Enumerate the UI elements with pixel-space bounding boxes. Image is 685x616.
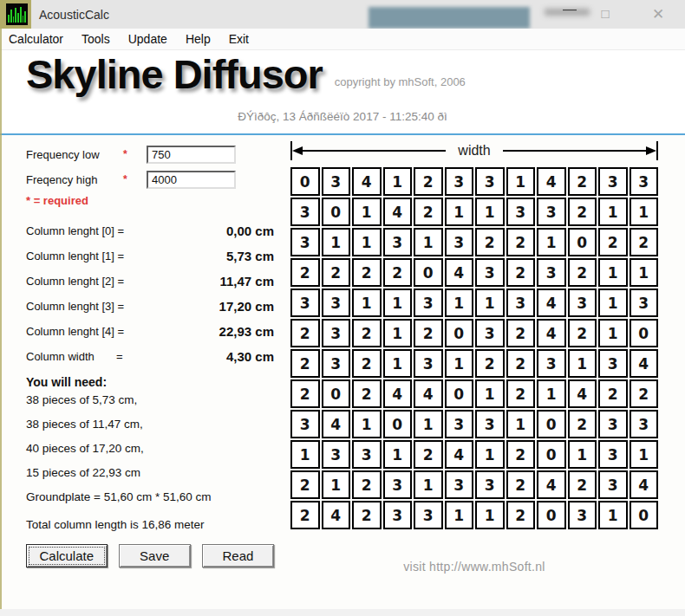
required-asterisk: * [123,148,147,160]
grid-cell-r6c1: 3 [322,349,351,378]
grid-cell-r1c4: 2 [414,198,443,226]
grid-cell-r5c0: 2 [290,319,320,347]
grid-cell-r10c10: 3 [598,470,628,499]
grid-cell-r3c6: 3 [475,258,505,287]
maximize-button[interactable]: □ [597,6,614,21]
grid-cell-r5c8: 4 [537,319,566,347]
grid-cell-r8c8: 0 [537,410,566,438]
grid-cell-r1c5: 1 [445,198,474,226]
main-content: Frequency low*Freqency high* * = require… [0,135,685,609]
grid-cell-r11c11: 0 [630,501,659,529]
grid-cell-r2c5: 3 [445,228,474,256]
grid-cell-r6c8: 3 [537,349,566,378]
grid-cell-r1c11: 1 [630,198,659,226]
grid-cell-r11c3: 3 [383,501,413,529]
grid-cell-r4c5: 1 [445,289,474,317]
grid-cell-r9c1: 3 [322,440,351,469]
frequency-low-label: Frequency low [26,148,123,161]
grid-cell-r3c4: 0 [414,258,443,287]
grid-cell-r2c6: 2 [475,228,505,256]
grid-cell-r11c7: 2 [506,501,536,529]
close-button[interactable]: ✕ [649,5,668,23]
grid-cell-r11c9: 3 [568,501,597,529]
grid-cell-r6c5: 1 [445,349,474,378]
datetime-text: ÐÝìðôç, 13 Áðñßëéïò 2017 - 11:25:40 ðì [0,110,685,123]
freqency-high-input[interactable] [147,171,236,189]
total-length-text: Total column length is 16,86 meter [26,518,274,531]
menu-item-exit[interactable]: Exit [229,32,249,46]
grid-cell-r10c4: 1 [414,470,443,499]
grid-cell-r2c4: 1 [414,228,443,256]
grid-cell-r9c3: 1 [383,440,413,469]
grid-cell-r6c0: 2 [290,349,320,378]
grid-cell-r3c9: 2 [568,258,597,287]
grid-cell-r3c10: 1 [598,258,628,287]
grid-cell-r8c0: 3 [290,410,320,438]
grid-cell-r2c9: 0 [568,228,597,256]
grid-cell-r0c10: 3 [598,167,628,196]
need-line: 38 pieces of 11,47 cm, [26,418,274,431]
grid-cell-r5c5: 0 [445,319,474,347]
grid-cell-r1c7: 3 [506,198,536,226]
grid-cell-r7c9: 4 [568,379,597,408]
read-button[interactable]: Read [202,544,274,567]
grid-cell-r5c4: 2 [414,319,443,347]
grid-cell-r4c2: 1 [352,289,382,317]
grid-cell-r4c1: 3 [322,289,351,317]
result-label: Column lenght [2] = [26,275,170,288]
need-line: 40 pieces of 17,20 cm, [26,442,274,455]
grid-cell-r1c0: 3 [290,198,320,226]
grid-cell-r10c7: 2 [506,470,536,499]
grid-cell-r5c6: 3 [475,319,505,347]
grid-cell-r7c10: 2 [598,379,628,408]
menu-item-calculator[interactable]: Calculator [9,32,63,46]
grid-cell-r10c3: 3 [383,470,413,499]
grid-cell-r3c5: 4 [445,258,474,287]
grid-cell-r2c3: 3 [383,228,413,256]
grid-cell-r0c0: 0 [290,167,320,196]
result-label: Column lenght [3] = [26,300,170,313]
grid-cell-r10c11: 4 [630,470,659,499]
calculate-button[interactable]: Calculate [26,544,108,567]
result-row-4: Column lenght [4] =22,93 cm [26,319,274,344]
dimension-tick-right [656,141,658,160]
menu-item-help[interactable]: Help [186,32,211,46]
grid-cell-r1c3: 4 [383,198,413,226]
grid-cell-r10c8: 4 [537,470,566,499]
grid-cell-r11c6: 1 [475,501,505,529]
grid-cell-r4c0: 3 [290,289,320,317]
grid-cell-r8c11: 3 [630,410,659,438]
grid-cell-r9c0: 1 [290,440,320,469]
window-title: AcousticCalc [39,8,109,22]
grid-cell-r11c4: 3 [414,501,443,529]
dimension-line [503,150,646,152]
need-lines: 38 pieces of 5,73 cm,38 pieces of 11,47 … [26,393,274,479]
grid-cell-r7c2: 2 [352,379,382,408]
save-button[interactable]: Save [119,544,191,567]
visit-link[interactable]: visit http://www.mhSoft.nl [290,560,658,574]
diffusor-grid: 0341233142333014211332113113132210222222… [290,167,658,529]
grid-cell-r9c11: 1 [630,440,659,469]
grid-cell-r10c1: 1 [322,470,351,499]
grid-cell-r5c3: 1 [383,319,413,347]
form-fields: Frequency low*Freqency high* [26,144,274,190]
grid-cell-r0c4: 2 [414,167,443,196]
grid-cell-r10c5: 3 [445,470,474,499]
grid-cell-r0c7: 1 [506,167,536,196]
grid-cell-r11c1: 4 [322,501,351,529]
grid-cell-r6c2: 2 [352,349,382,378]
grid-cell-r2c11: 2 [630,228,659,256]
menu-item-update[interactable]: Update [128,32,167,46]
frequency-low-input[interactable] [147,146,236,164]
menu-item-tools[interactable]: Tools [82,32,110,46]
required-asterisk: * [123,173,147,185]
grid-cell-r3c8: 3 [537,258,566,287]
arrowhead-right-icon [646,146,656,155]
grid-cell-r3c11: 1 [630,258,659,287]
grid-cell-r5c7: 2 [506,319,536,347]
grid-cell-r8c5: 3 [445,410,474,438]
title-bar: AcousticCalc — □ ✕ [0,0,685,29]
minimize-button[interactable]: — [562,2,577,17]
buttons-row: Calculate Save Read [26,544,274,567]
result-value: 4,30 cm [170,349,274,364]
